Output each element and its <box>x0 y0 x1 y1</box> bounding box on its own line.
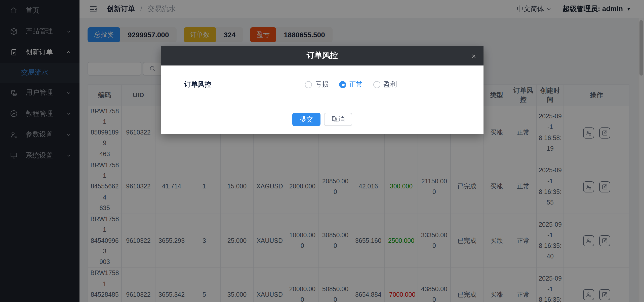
risk-radio-group: 亏损正常盈利 <box>305 80 397 89</box>
modal-title: 订单风控 <box>307 50 338 61</box>
radio-label: 亏损 <box>315 80 329 89</box>
radio-dot-icon <box>373 81 380 88</box>
submit-button[interactable]: 提交 <box>292 113 320 126</box>
risk-control-modal: 订单风控 × 订单风控 亏损正常盈利 提交 取消 <box>161 46 484 134</box>
risk-radio-正常[interactable]: 正常 <box>339 80 363 89</box>
modal-body: 订单风控 亏损正常盈利 提交 取消 <box>161 65 484 126</box>
radio-label: 盈利 <box>383 80 397 89</box>
radio-label: 正常 <box>349 80 363 89</box>
radio-dot-icon <box>339 81 346 88</box>
risk-radio-亏损[interactable]: 亏损 <box>305 80 329 89</box>
modal-actions: 提交 取消 <box>161 113 484 126</box>
modal-overlay <box>0 0 644 302</box>
risk-field-label: 订单风控 <box>184 80 305 89</box>
risk-radio-盈利[interactable]: 盈利 <box>373 80 397 89</box>
close-icon[interactable]: × <box>471 51 476 60</box>
risk-form-row: 订单风控 亏损正常盈利 <box>161 77 484 91</box>
radio-dot-icon <box>305 81 312 88</box>
cancel-button[interactable]: 取消 <box>324 113 352 126</box>
page-root: 首页产品管理创新订单交易流水用户管理教程管理参数设置系统设置 创新订单 / 交易… <box>0 0 644 302</box>
modal-header: 订单风控 × <box>161 46 484 65</box>
